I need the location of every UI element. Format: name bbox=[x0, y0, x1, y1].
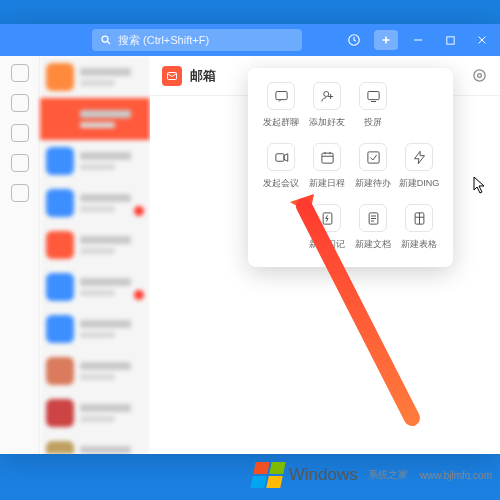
conversation-text bbox=[80, 404, 144, 422]
maximize-icon bbox=[445, 35, 456, 46]
navbar bbox=[0, 56, 40, 454]
nav-item[interactable] bbox=[11, 64, 29, 82]
cell-label: 发起群聊 bbox=[263, 116, 299, 129]
svg-marker-21 bbox=[284, 153, 288, 161]
avatar bbox=[46, 189, 74, 217]
popup-row: 新建闪记新建文档新建表格 bbox=[258, 204, 443, 251]
avatar bbox=[46, 63, 74, 91]
unread-badge bbox=[134, 290, 144, 300]
cell-label: 新建表格 bbox=[401, 238, 437, 251]
chat-icon bbox=[267, 82, 295, 110]
conversation-text bbox=[80, 236, 144, 254]
conversation-text bbox=[80, 68, 144, 86]
app-window: 搜索 (Ctrl+Shift+F) bbox=[0, 24, 500, 454]
cell-label: 添加好友 bbox=[309, 116, 345, 129]
person-add-icon bbox=[313, 82, 341, 110]
maximize-button[interactable] bbox=[436, 26, 464, 54]
conversation-text bbox=[80, 110, 144, 128]
nav-item[interactable] bbox=[11, 154, 29, 172]
todo-button[interactable]: 新建待办 bbox=[350, 143, 396, 190]
conversation-item[interactable] bbox=[40, 392, 150, 434]
sheet-button[interactable]: 新建表格 bbox=[396, 204, 442, 251]
avatar bbox=[46, 273, 74, 301]
conversation-item[interactable] bbox=[40, 56, 150, 98]
new-menu-popup: 发起群聊添加好友投屏发起会议新建日程新建待办新建DING新建闪记新建文档新建表格 bbox=[248, 68, 453, 267]
svg-rect-14 bbox=[275, 91, 286, 99]
cursor-pointer bbox=[473, 176, 487, 194]
cell-label: 新建待办 bbox=[355, 177, 391, 190]
svg-marker-27 bbox=[414, 151, 424, 164]
page-title: 邮箱 bbox=[190, 67, 216, 85]
desktop: 搜索 (Ctrl+Shift+F) bbox=[0, 0, 500, 500]
app-body: 邮箱 发起群聊添加好友投屏发起会议新建日程新建待办新建DING新建闪记新建文档新… bbox=[0, 56, 500, 454]
close-icon bbox=[476, 34, 488, 46]
conversation-item[interactable] bbox=[40, 350, 150, 392]
cast-button[interactable]: 投屏 bbox=[350, 82, 396, 129]
history-button[interactable] bbox=[340, 26, 368, 54]
conversation-text bbox=[80, 320, 144, 338]
watermark-text: Windows bbox=[289, 465, 358, 485]
conversation-item[interactable] bbox=[40, 434, 150, 454]
unread-badge bbox=[134, 206, 144, 216]
search-placeholder: 搜索 (Ctrl+Shift+F) bbox=[118, 33, 209, 48]
sheet-icon bbox=[405, 204, 433, 232]
conversation-item[interactable] bbox=[40, 140, 150, 182]
search-icon bbox=[100, 34, 112, 46]
cast-icon bbox=[359, 82, 387, 110]
doc-icon bbox=[359, 204, 387, 232]
mail-icon bbox=[162, 66, 182, 86]
cell-label: 新建文档 bbox=[355, 238, 391, 251]
avatar bbox=[46, 315, 74, 343]
svg-point-0 bbox=[102, 36, 108, 42]
cell-label: 发起会议 bbox=[263, 177, 299, 190]
avatar bbox=[46, 105, 74, 133]
svg-rect-22 bbox=[321, 153, 332, 163]
svg-point-13 bbox=[473, 70, 484, 81]
popup-row: 发起会议新建日程新建待办新建DING bbox=[258, 143, 443, 190]
history-icon bbox=[347, 33, 361, 47]
close-button[interactable] bbox=[468, 26, 496, 54]
schedule-button[interactable]: 新建日程 bbox=[304, 143, 350, 190]
minimize-button[interactable] bbox=[404, 26, 432, 54]
meeting-button[interactable]: 发起会议 bbox=[258, 143, 304, 190]
conversation-item[interactable] bbox=[40, 266, 150, 308]
nav-item[interactable] bbox=[11, 124, 29, 142]
doc-button[interactable]: 新建文档 bbox=[350, 204, 396, 251]
settings-button[interactable] bbox=[470, 67, 488, 85]
svg-rect-18 bbox=[367, 91, 378, 99]
group-chat-button[interactable]: 发起群聊 bbox=[258, 82, 304, 129]
cell-label: 投屏 bbox=[364, 116, 382, 129]
flash-note-button[interactable]: 新建闪记 bbox=[304, 204, 350, 251]
gear-icon bbox=[472, 68, 487, 83]
svg-rect-6 bbox=[446, 36, 453, 43]
conversation-item[interactable] bbox=[40, 224, 150, 266]
plus-icon bbox=[380, 34, 392, 46]
ding-button[interactable]: 新建DING bbox=[396, 143, 442, 190]
nav-item[interactable] bbox=[11, 94, 29, 112]
watermark-sub: 系统之家 bbox=[368, 468, 408, 482]
avatar bbox=[46, 399, 74, 427]
avatar bbox=[46, 441, 74, 454]
watermark: Windows 系统之家 www.bjlmfq.com bbox=[253, 462, 492, 488]
conversation-item[interactable] bbox=[40, 308, 150, 350]
minimize-icon bbox=[412, 34, 424, 46]
add-tab-button[interactable] bbox=[372, 26, 400, 54]
svg-point-15 bbox=[323, 91, 328, 96]
conversation-text bbox=[80, 446, 144, 454]
svg-rect-20 bbox=[275, 153, 283, 161]
conversation-item[interactable] bbox=[40, 182, 150, 224]
conversation-item[interactable] bbox=[40, 98, 150, 140]
avatar bbox=[46, 357, 74, 385]
search-input[interactable]: 搜索 (Ctrl+Shift+F) bbox=[92, 29, 302, 51]
svg-point-12 bbox=[477, 74, 481, 78]
conversation-text bbox=[80, 362, 144, 380]
calendar-icon bbox=[313, 143, 341, 171]
windows-logo-icon bbox=[250, 462, 286, 488]
svg-rect-26 bbox=[367, 151, 378, 162]
nav-item[interactable] bbox=[11, 184, 29, 202]
popup-row: 发起群聊添加好友投屏 bbox=[258, 82, 443, 129]
add-friend-button[interactable]: 添加好友 bbox=[304, 82, 350, 129]
conversation-list[interactable] bbox=[40, 56, 150, 454]
svg-line-1 bbox=[108, 42, 111, 45]
avatar bbox=[46, 231, 74, 259]
